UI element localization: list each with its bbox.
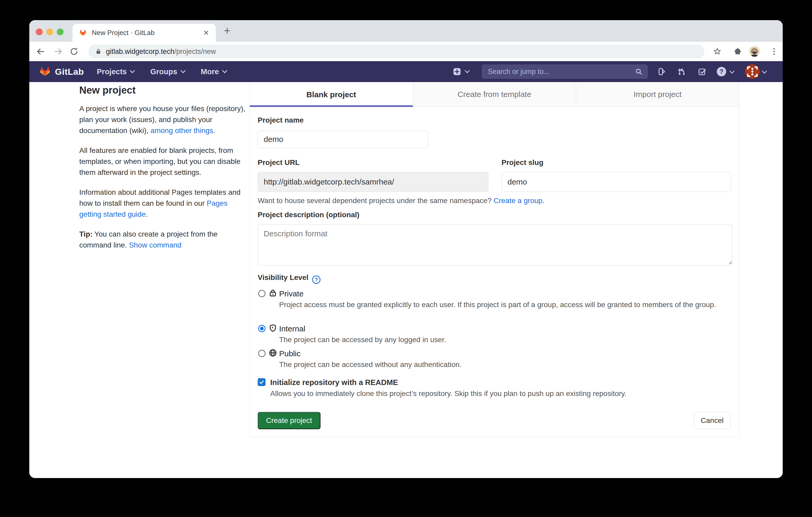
visibility-option-name: Public	[279, 349, 300, 358]
check-icon	[259, 379, 264, 385]
new-tab-button[interactable]: +	[224, 25, 230, 36]
search-placeholder: Search or jump to...	[488, 68, 635, 76]
cancel-button[interactable]: Cancel	[694, 412, 731, 429]
nav-menu-more[interactable]: More	[201, 67, 227, 76]
extensions-puzzle-icon[interactable]	[734, 48, 742, 55]
search-input[interactable]: Search or jump to...	[482, 65, 648, 79]
visibility-option-desc: Project access must be granted explicitl…	[279, 299, 716, 310]
project-description-label: Project description (optional)	[258, 211, 359, 219]
help-icon[interactable]: ?	[717, 67, 726, 76]
user-avatar[interactable]	[745, 64, 760, 79]
issues-icon[interactable]	[658, 67, 666, 76]
page-content: New project A project is where you house…	[29, 82, 783, 478]
profile-photo	[749, 46, 760, 57]
among-other-things-link[interactable]: among other things	[150, 126, 213, 134]
lock-icon	[269, 289, 277, 297]
close-window-button[interactable]	[36, 29, 42, 35]
minimize-window-button[interactable]	[46, 29, 53, 35]
create-a-group-link[interactable]: Create a group.	[494, 196, 545, 205]
visibility-option-desc: The project can be accessed by any logge…	[279, 334, 446, 345]
browser-tab-strip: New Project · GitLab ✕ +	[29, 20, 783, 42]
resize-grip-icon[interactable]	[727, 260, 732, 265]
gitlab-navbar: GitLab Projects Groups More Search	[29, 61, 783, 82]
radio-public[interactable]	[258, 350, 265, 357]
tab-import-project[interactable]: Import project	[576, 82, 739, 107]
gitlab-menus: Projects Groups More	[97, 61, 227, 82]
visibility-option-desc: The project can be accessed without any …	[279, 359, 461, 370]
sidebar: New project A project is where you house…	[79, 85, 252, 260]
show-command-link[interactable]: Show command	[129, 241, 181, 249]
merge-request-icon[interactable]	[677, 67, 686, 76]
radio-internal[interactable]	[258, 325, 265, 332]
sidebar-paragraph: A project is where you house your files …	[79, 103, 252, 136]
browser-profile-avatar[interactable]	[749, 46, 760, 57]
visibility-help-icon[interactable]: ?	[312, 275, 320, 284]
browser-tab[interactable]: New Project · GitLab ✕	[72, 24, 216, 42]
browser-toolbar: gitlab.widgetcorp.tech/projects/new	[29, 42, 783, 61]
chevron-down-icon	[130, 70, 135, 73]
new-project-panel: Blank project Create from template Impor…	[250, 82, 739, 437]
create-project-button[interactable]: Create project	[258, 412, 320, 429]
url-bar[interactable]: gitlab.widgetcorp.tech/projects/new	[88, 45, 704, 58]
visibility-option-name: Internal	[279, 324, 305, 333]
project-slug-input[interactable]	[501, 172, 731, 192]
sidebar-paragraph: Information about additional Pages templ…	[79, 187, 252, 220]
tab-create-from-template[interactable]: Create from template	[413, 82, 576, 107]
gitlab-wordmark[interactable]: GitLab	[55, 67, 84, 77]
gitlab-favicon-icon	[79, 29, 87, 37]
project-name-label: Project name	[258, 116, 304, 124]
reload-icon[interactable]	[69, 47, 79, 56]
chevron-down-icon	[465, 70, 470, 73]
readme-checkbox[interactable]	[258, 378, 265, 386]
browser-menu-dots-icon[interactable]	[770, 47, 779, 56]
tab-close-icon[interactable]: ✕	[203, 29, 209, 37]
bookmark-star-icon[interactable]	[713, 47, 722, 56]
new-item-menu[interactable]	[453, 67, 470, 76]
project-description-textarea[interactable]	[258, 224, 732, 266]
lock-icon	[95, 48, 102, 55]
avatar-identicon	[745, 64, 760, 79]
tab-blank-project[interactable]: Blank project	[250, 82, 413, 107]
radio-private[interactable]	[258, 290, 265, 297]
chevron-down-icon	[180, 70, 186, 73]
project-url-input[interactable]	[258, 172, 488, 192]
todos-icon[interactable]	[698, 67, 706, 76]
browser-window: New Project · GitLab ✕ + gitlab.widgetco…	[29, 20, 783, 478]
chevron-down-icon	[222, 70, 227, 73]
back-icon[interactable]	[36, 47, 45, 56]
plus-square-icon	[453, 67, 461, 76]
namespace-hint: Want to house several dependent projects…	[258, 196, 544, 205]
shield-icon	[269, 324, 277, 332]
globe-icon	[269, 349, 277, 357]
page-title: New project	[79, 85, 252, 96]
readme-label: Initialize repository with a README	[270, 378, 398, 387]
project-url-label: Project URL	[258, 158, 299, 167]
nav-menu-groups[interactable]: Groups	[150, 67, 185, 76]
visibility-option-name: Private	[279, 290, 303, 298]
project-slug-label: Project slug	[501, 158, 543, 167]
sidebar-paragraph: Tip: You can also create a project from …	[79, 229, 252, 251]
sidebar-paragraph: All features are enabled for blank proje…	[79, 145, 252, 178]
visibility-level-label: Visibility Level?	[258, 273, 320, 284]
forward-icon[interactable]	[54, 47, 63, 56]
readme-desc: Allows you to immediately clone this pro…	[270, 388, 627, 399]
gitlab-logo-icon[interactable]	[39, 65, 51, 78]
project-name-input[interactable]	[258, 131, 428, 148]
chevron-down-icon	[729, 70, 734, 74]
search-icon	[635, 68, 643, 75]
url-text: gitlab.widgetcorp.tech/projects/new	[106, 48, 216, 56]
panel-tabs: Blank project Create from template Impor…	[250, 82, 739, 107]
tab-title: New Project · GitLab	[92, 29, 203, 37]
nav-menu-projects[interactable]: Projects	[97, 67, 135, 76]
zoom-window-button[interactable]	[57, 29, 64, 35]
chevron-down-icon	[762, 70, 767, 74]
